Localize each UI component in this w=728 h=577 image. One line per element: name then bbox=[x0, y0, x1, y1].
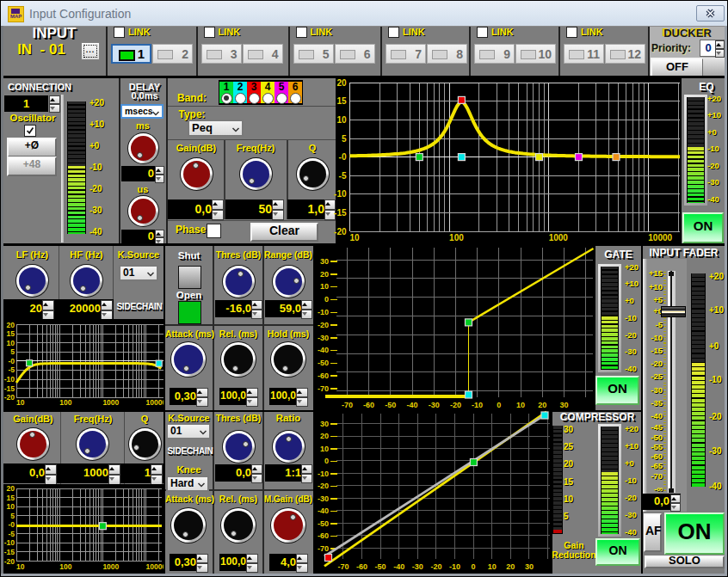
svg-text:-5: -5 bbox=[8, 530, 15, 538]
svg-text:-60: -60 bbox=[318, 531, 329, 540]
svg-text:-70: -70 bbox=[337, 562, 349, 571]
svg-text:-50: -50 bbox=[318, 359, 329, 367]
svg-text:20: 20 bbox=[320, 432, 329, 440]
svg-text:10: 10 bbox=[336, 115, 347, 125]
svg-text:100: 100 bbox=[59, 398, 71, 407]
svg-text:20: 20 bbox=[506, 562, 515, 571]
svg-text:-10: -10 bbox=[472, 401, 483, 409]
svg-text:15: 15 bbox=[7, 494, 15, 502]
svg-text:-30: -30 bbox=[429, 401, 440, 409]
svg-text:10: 10 bbox=[16, 562, 25, 571]
svg-text:10: 10 bbox=[320, 282, 329, 291]
svg-text:-50: -50 bbox=[318, 519, 329, 528]
svg-text:20: 20 bbox=[7, 321, 15, 329]
svg-text:-10: -10 bbox=[318, 470, 329, 478]
svg-text:-70: -70 bbox=[342, 401, 353, 409]
svg-text:0: 0 bbox=[497, 401, 501, 409]
svg-text:30: 30 bbox=[320, 257, 329, 266]
svg-text:0: 0 bbox=[324, 295, 329, 304]
svg-text:-20: -20 bbox=[318, 321, 329, 329]
svg-text:10: 10 bbox=[320, 445, 329, 453]
svg-text:5: 5 bbox=[10, 512, 15, 520]
svg-text:-10: -10 bbox=[4, 538, 15, 547]
svg-text:100: 100 bbox=[59, 562, 71, 571]
svg-text:10: 10 bbox=[350, 233, 361, 242]
svg-text:-30: -30 bbox=[318, 334, 329, 342]
svg-text:-0: -0 bbox=[339, 152, 347, 162]
svg-text:-70: -70 bbox=[318, 544, 329, 553]
svg-text:-40: -40 bbox=[318, 346, 329, 354]
svg-text:15: 15 bbox=[336, 96, 347, 106]
svg-text:-40: -40 bbox=[318, 506, 329, 515]
svg-text:100: 100 bbox=[449, 233, 464, 242]
svg-text:1000: 1000 bbox=[549, 233, 569, 242]
svg-text:-40: -40 bbox=[406, 401, 417, 409]
svg-text:-30: -30 bbox=[318, 494, 329, 503]
svg-text:30: 30 bbox=[559, 401, 568, 409]
svg-text:-20: -20 bbox=[4, 393, 15, 402]
svg-text:-10: -10 bbox=[4, 375, 15, 384]
svg-text:-20: -20 bbox=[450, 401, 461, 409]
svg-text:10: 10 bbox=[7, 502, 15, 511]
svg-text:-15: -15 bbox=[4, 548, 15, 556]
svg-text:-0: -0 bbox=[8, 520, 15, 529]
svg-text:-10: -10 bbox=[449, 562, 460, 571]
svg-text:10: 10 bbox=[516, 401, 525, 409]
svg-text:-60: -60 bbox=[318, 371, 329, 380]
svg-text:-15: -15 bbox=[4, 384, 15, 393]
svg-text:-20: -20 bbox=[318, 482, 329, 490]
svg-text:20: 20 bbox=[538, 401, 546, 409]
svg-text:15: 15 bbox=[7, 329, 15, 338]
svg-text:-0: -0 bbox=[8, 357, 15, 365]
svg-text:-15: -15 bbox=[334, 208, 347, 218]
svg-text:1000: 1000 bbox=[102, 398, 119, 407]
svg-text:-50: -50 bbox=[385, 401, 396, 409]
svg-text:10: 10 bbox=[7, 339, 15, 347]
svg-text:-20: -20 bbox=[430, 562, 441, 571]
svg-text:-40: -40 bbox=[393, 562, 404, 571]
svg-text:-60: -60 bbox=[356, 562, 367, 571]
svg-text:0: 0 bbox=[324, 457, 329, 465]
svg-text:30: 30 bbox=[525, 562, 534, 571]
svg-text:10: 10 bbox=[488, 562, 497, 571]
svg-text:1000: 1000 bbox=[102, 562, 119, 571]
svg-text:0: 0 bbox=[472, 562, 476, 571]
svg-text:-70: -70 bbox=[318, 384, 329, 393]
svg-text:30: 30 bbox=[320, 420, 329, 428]
svg-text:-5: -5 bbox=[8, 365, 15, 374]
svg-text:-30: -30 bbox=[412, 562, 423, 571]
svg-text:-10: -10 bbox=[334, 189, 347, 199]
svg-text:20: 20 bbox=[336, 78, 347, 88]
svg-text:10: 10 bbox=[16, 398, 25, 407]
svg-text:-60: -60 bbox=[363, 401, 374, 409]
svg-text:5: 5 bbox=[342, 134, 347, 144]
svg-text:-5: -5 bbox=[339, 171, 347, 181]
svg-text:-20: -20 bbox=[4, 557, 15, 566]
svg-text:20: 20 bbox=[320, 270, 329, 279]
svg-text:-10: -10 bbox=[318, 308, 329, 316]
svg-text:-50: -50 bbox=[375, 562, 386, 571]
svg-text:10000: 10000 bbox=[648, 233, 672, 242]
svg-text:5: 5 bbox=[10, 347, 15, 356]
svg-text:20: 20 bbox=[7, 484, 15, 493]
svg-text:-20: -20 bbox=[334, 227, 347, 236]
